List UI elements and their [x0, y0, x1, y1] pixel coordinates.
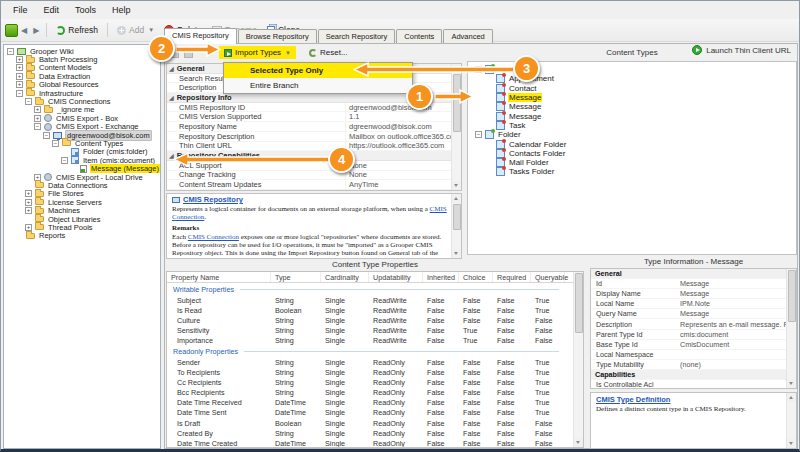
table-row[interactable]: To RecipientsStringSingleReadOnlyFalseFa… [167, 368, 573, 378]
table-row[interactable]: Bcc RecipientsStringSingleReadOnlyFalseF… [167, 388, 573, 398]
content-type-item-task[interactable]: Task [473, 121, 796, 130]
content-type-item-folder[interactable]: −Folder [473, 130, 796, 139]
cmis-connection-link[interactable]: CMIS Connection [188, 233, 239, 241]
tree-expand-icon[interactable]: + [25, 190, 32, 197]
property-row[interactable]: Content Stream UpdatesAnyTime [167, 180, 451, 190]
scrollbar-thumb[interactable] [575, 273, 583, 333]
cmis-type-definition-link[interactable]: CMIS Type Definition [596, 395, 670, 404]
column-header-cardinality[interactable]: Cardinality [321, 272, 369, 282]
property-row[interactable]: Repository DescriptionMailbox on outlook… [167, 132, 451, 142]
tree-expand-icon[interactable]: − [475, 131, 482, 138]
table-scrollbar[interactable] [573, 272, 583, 447]
property-value[interactable]: https://outlook.office365.com [345, 141, 451, 150]
tab-search-repository[interactable]: Search Repository [318, 29, 396, 44]
scroll-down-icon[interactable] [452, 249, 461, 258]
content-type-item-contact[interactable]: Contact [473, 84, 796, 93]
property-value[interactable]: 1.1 [345, 112, 451, 121]
column-header-inherited[interactable]: Inherited [423, 272, 459, 282]
content-type-item-message[interactable]: Message [473, 111, 796, 120]
table-row[interactable]: Is ReadBooleanSingleReadWriteFalseFalseF… [167, 305, 573, 315]
column-header-updatability[interactable]: Updatability [369, 272, 423, 282]
tree-expand-icon[interactable]: + [34, 115, 41, 122]
menu-item-help[interactable]: Help [104, 3, 139, 17]
type-info-value[interactable]: cmis:document [677, 330, 786, 339]
type-info-scrollbar[interactable] [786, 269, 796, 388]
add-button[interactable]: Add▼ [113, 23, 158, 37]
tree-expand-icon[interactable]: + [16, 64, 23, 71]
content-type-item-message[interactable]: Message [473, 93, 796, 102]
table-row[interactable]: SubjectStringSingleReadWriteFalseFalseFa… [167, 295, 573, 305]
scroll-down-icon[interactable] [452, 181, 461, 190]
type-info-value[interactable]: Represents an e-mail message. Prope [677, 320, 786, 329]
property-value[interactable]: dgreenwood@bisok.com [345, 122, 451, 131]
description-scrollbar[interactable] [451, 194, 461, 258]
type-info-row[interactable]: Local NameIPM.Note [591, 299, 786, 309]
menu-item-edit[interactable]: Edit [36, 3, 68, 17]
tree-expand-icon[interactable]: − [61, 157, 68, 164]
table-row[interactable]: Date Time CreatedDateTimeSingleReadOnlyF… [167, 438, 573, 448]
collapse-triangle-icon[interactable]: ◢ [169, 94, 174, 101]
type-info-row[interactable]: Type Mutability(none) [591, 360, 786, 370]
property-row[interactable]: CMIS Version Supported1.1 [167, 112, 451, 122]
tree-expand-icon[interactable]: − [7, 48, 14, 55]
scroll-down-icon[interactable] [787, 439, 796, 448]
property-value[interactable]: None [345, 161, 451, 170]
menu-item-tools[interactable]: Tools [67, 3, 104, 17]
type-info-value[interactable]: (none) [677, 360, 786, 369]
type-info-row[interactable]: IdMessage [591, 279, 786, 289]
scroll-down-icon[interactable] [574, 438, 583, 447]
type-info-value[interactable]: CmisDocument [677, 340, 786, 349]
property-grid-scrollbar[interactable] [451, 64, 461, 190]
content-type-item-calendar-folder[interactable]: Calendar Folder [473, 139, 796, 148]
scrollbar-thumb[interactable] [453, 204, 461, 230]
type-info-row[interactable]: Base Type IdCmisDocument [591, 340, 786, 350]
tree-expand-icon[interactable]: − [43, 132, 50, 139]
table-row[interactable]: SensitivityStringSingleReadWriteFalseTru… [167, 325, 573, 335]
tree-expand-icon[interactable]: − [34, 123, 41, 130]
type-info-value[interactable]: Message [677, 309, 786, 318]
table-row[interactable]: Is DraftBooleanSingleReadOnlyFalseFalseF… [167, 418, 573, 428]
refresh-button[interactable]: Refresh [52, 23, 102, 37]
tree-expand-icon[interactable]: + [16, 81, 23, 88]
type-info-row[interactable]: Parent Type Idcmis:document [591, 330, 786, 340]
column-header-type[interactable]: Type [271, 272, 321, 282]
column-header-queryable[interactable]: Queryable [531, 272, 565, 282]
menu-item-entire-branch[interactable]: Entire Branch [224, 78, 412, 93]
property-value[interactable]: None [345, 170, 451, 179]
column-header-required[interactable]: Required [493, 272, 531, 282]
reset-button[interactable]: Reset... [305, 46, 352, 59]
tree-item-license-servers[interactable]: +License Servers [4, 198, 160, 206]
type-info-row[interactable]: Query NameMessage [591, 309, 786, 319]
tree-expand-icon[interactable]: + [16, 56, 23, 63]
type-info-group-general[interactable]: General [591, 269, 786, 279]
import-types-button[interactable]: Import Types▼ [219, 46, 296, 59]
table-row[interactable]: Cc RecipientsStringSingleReadOnlyFalseFa… [167, 378, 573, 388]
type-info-row[interactable]: DescriptionRepresents an e-mail message.… [591, 319, 786, 329]
collapse-triangle-icon[interactable]: ◢ [169, 65, 174, 72]
cmis-repository-link[interactable]: CMIS Repository [183, 196, 243, 204]
tree-expand-icon[interactable]: + [16, 73, 23, 80]
tree-expand-icon[interactable]: − [25, 98, 32, 105]
table-row[interactable]: Date Time SentDateTimeSingleReadOnlyFals… [167, 408, 573, 418]
table-row[interactable]: Date Time ReceivedDateTimeSingleReadOnly… [167, 398, 573, 408]
type-info-group-capabilities[interactable]: Capabilities [591, 370, 786, 380]
tree-expand-icon[interactable]: − [52, 140, 59, 147]
tree-expand-icon[interactable]: + [25, 207, 32, 214]
content-type-item-tasks-folder[interactable]: Tasks Folder [473, 167, 796, 176]
type-definition-scrollbar[interactable] [786, 393, 796, 448]
scroll-down-icon[interactable] [787, 379, 796, 388]
property-row[interactable]: Repository Namedgreenwood@bisok.com [167, 122, 451, 132]
table-row[interactable]: SenderStringSingleReadOnlyFalseFalseFals… [167, 357, 573, 367]
scrollbar-thumb[interactable] [788, 270, 796, 322]
property-value[interactable]: Mailbox on outlook.office365.com [345, 132, 451, 141]
tab-advanced[interactable]: Advanced [443, 29, 492, 44]
table-row[interactable]: ImportanceStringSingleReadWriteFalseTrue… [167, 335, 573, 345]
tree-item-reports[interactable]: Reports [4, 232, 160, 240]
scroll-up-icon[interactable] [787, 393, 796, 402]
content-type-item-message[interactable]: Message [473, 102, 796, 111]
content-type-item-mail-folder[interactable]: Mail Folder [473, 158, 796, 167]
tree-expand-icon[interactable]: + [34, 106, 41, 113]
table-row[interactable]: CultureStringSingleReadWriteFalseFalseFa… [167, 315, 573, 325]
type-info-row[interactable]: Is Controllable Acl [591, 380, 786, 389]
property-row[interactable]: Change TrackingNone [167, 171, 451, 181]
